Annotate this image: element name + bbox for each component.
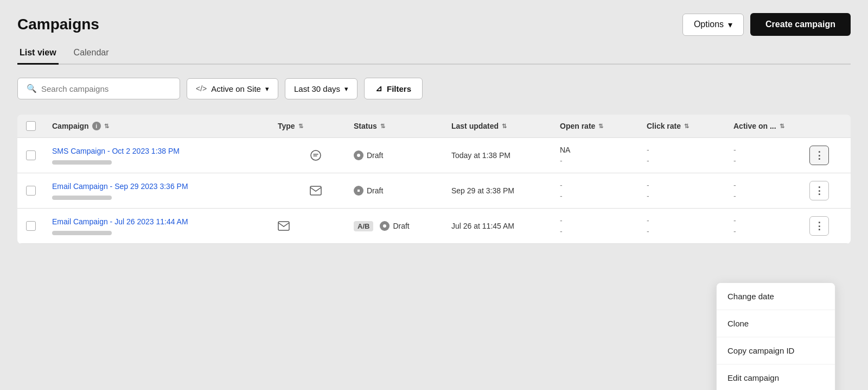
col-active-on[interactable]: Active on ... ⇅ — [733, 122, 809, 130]
col-campaign-label: Campaign — [52, 122, 89, 130]
filters-label: Filters — [387, 84, 411, 93]
col-last-updated-label: Last updated — [451, 122, 499, 130]
row1-last-updated: Today at 1:38 PM — [451, 151, 560, 160]
select-all-checkbox[interactable] — [26, 121, 52, 131]
col-campaign[interactable]: Campaign i ⇅ — [52, 122, 278, 130]
row1-open-rate: NA - — [560, 146, 647, 165]
row3-more-btn[interactable]: ⋮ — [809, 216, 829, 236]
row2-more-btn[interactable]: ⋮ — [809, 181, 829, 200]
sort-icon-active-on: ⇅ — [780, 123, 784, 130]
chevron-down-icon: ▾ — [344, 85, 348, 93]
svg-rect-5 — [358, 190, 360, 192]
sort-icon-type: ⇅ — [298, 123, 303, 130]
row3-campaign-sub — [52, 231, 112, 235]
col-click-rate-label: Click rate — [647, 122, 681, 130]
row2-status: Draft — [354, 186, 383, 196]
search-input[interactable] — [41, 84, 171, 93]
search-box[interactable]: 🔍 — [17, 78, 180, 99]
svg-point-0 — [311, 150, 321, 160]
row1-active-on: - - — [733, 146, 809, 165]
row3-checkbox[interactable] — [26, 221, 52, 231]
tab-list-view[interactable]: List view — [17, 42, 59, 65]
filters-row: 🔍 </> Active on Site ▾ Last 30 days ▾ ⊿ … — [17, 78, 851, 99]
table-row: Email Campaign - Sep 29 2023 3:36 PM Dra… — [17, 173, 851, 209]
context-menu-change-date[interactable]: Change date — [717, 283, 835, 310]
col-open-rate-label: Open rate — [560, 122, 595, 130]
row2-campaign-sub — [52, 196, 112, 200]
svg-rect-6 — [278, 222, 289, 230]
sort-icon-last-updated: ⇅ — [502, 123, 507, 130]
row1-campaign-sub — [52, 160, 112, 165]
date-range-dropdown[interactable]: Last 30 days ▾ — [285, 78, 358, 99]
table-row: Email Campaign - Jul 26 2023 11:44 AM A/… — [17, 209, 851, 244]
sort-icon-campaign: ⇅ — [104, 123, 109, 130]
row1-type-icon — [278, 149, 354, 161]
row3-status: Draft — [380, 221, 409, 231]
row1-campaign-name[interactable]: SMS Campaign - Oct 2 2023 1:38 PM — [52, 146, 278, 157]
row3-campaign-name[interactable]: Email Campaign - Jul 26 2023 11:44 AM — [52, 217, 278, 228]
row1-status-dot — [354, 150, 363, 160]
col-type-label: Type — [278, 122, 295, 130]
row2-type-icon — [278, 186, 354, 196]
col-active-on-label: Active on ... — [733, 122, 776, 130]
filter-icon: ⊿ — [375, 84, 382, 93]
options-label: Options — [694, 20, 724, 29]
active-on-site-label: Active on Site — [211, 84, 261, 93]
row3-active-on: - - — [733, 216, 809, 236]
svg-point-3 — [357, 154, 360, 157]
row3-type-cell — [278, 221, 354, 231]
row3-status-cell: A/B Draft — [354, 221, 451, 231]
sort-icon-status: ⇅ — [380, 123, 385, 130]
row3-open-rate: - - — [560, 216, 647, 236]
row2-active-on: - - — [733, 181, 809, 200]
create-campaign-button[interactable]: Create campaign — [750, 13, 851, 36]
row2-last-updated: Sep 29 at 3:38 PM — [451, 186, 560, 195]
svg-rect-4 — [310, 186, 321, 195]
row1-more-btn[interactable]: ⋮ — [809, 146, 829, 165]
sort-icon-open-rate: ⇅ — [598, 123, 603, 130]
table-row: SMS Campaign - Oct 2 2023 1:38 PM Draft — [17, 138, 851, 173]
page-title: Campaigns — [17, 16, 99, 33]
row1-click-rate: - - — [647, 146, 733, 165]
row2-status-dot — [354, 186, 363, 196]
chevron-down-icon: ▾ — [265, 85, 269, 93]
context-menu-clone[interactable]: Clone — [717, 310, 835, 337]
col-click-rate[interactable]: Click rate ⇅ — [647, 122, 733, 130]
col-type[interactable]: Type ⇅ — [278, 122, 354, 130]
row2-campaign-name[interactable]: Email Campaign - Sep 29 2023 3:36 PM — [52, 181, 278, 192]
sort-icon-click-rate: ⇅ — [684, 123, 689, 130]
row3-status-dot — [380, 221, 390, 231]
context-menu: Change date Clone Copy campaign ID Edit … — [716, 282, 835, 390]
code-icon: </> — [196, 84, 207, 93]
tabs-row: List view Calendar — [17, 42, 851, 65]
row2-open-rate: - - — [560, 181, 647, 200]
info-icon: i — [92, 122, 101, 130]
svg-point-7 — [383, 224, 386, 228]
row2-click-rate: - - — [647, 181, 733, 200]
col-open-rate[interactable]: Open rate ⇅ — [560, 122, 647, 130]
row1-status: Draft — [354, 150, 383, 160]
options-button[interactable]: Options ▾ — [682, 14, 744, 36]
chevron-down-icon: ▾ — [728, 20, 732, 30]
active-on-site-dropdown[interactable]: </> Active on Site ▾ — [187, 78, 278, 99]
row3-last-updated: Jul 26 at 11:45 AM — [451, 222, 560, 230]
col-last-updated[interactable]: Last updated ⇅ — [451, 122, 560, 130]
col-status[interactable]: Status ⇅ — [354, 122, 451, 130]
context-menu-copy-campaign-id[interactable]: Copy campaign ID — [717, 337, 835, 364]
row2-checkbox[interactable] — [26, 186, 52, 196]
row3-click-rate: - - — [647, 216, 733, 236]
row1-checkbox[interactable] — [26, 150, 52, 160]
row3-ab-badge: A/B — [354, 221, 373, 231]
date-range-label: Last 30 days — [294, 84, 340, 93]
campaigns-table: Campaign i ⇅ Type ⇅ Status ⇅ Last update… — [17, 115, 851, 244]
table-header: Campaign i ⇅ Type ⇅ Status ⇅ Last update… — [17, 115, 851, 138]
context-menu-edit-campaign[interactable]: Edit campaign — [717, 364, 835, 390]
tab-calendar[interactable]: Calendar — [72, 42, 111, 65]
search-icon: 🔍 — [27, 84, 37, 93]
col-status-label: Status — [354, 122, 377, 130]
filters-button[interactable]: ⊿ Filters — [364, 78, 423, 99]
